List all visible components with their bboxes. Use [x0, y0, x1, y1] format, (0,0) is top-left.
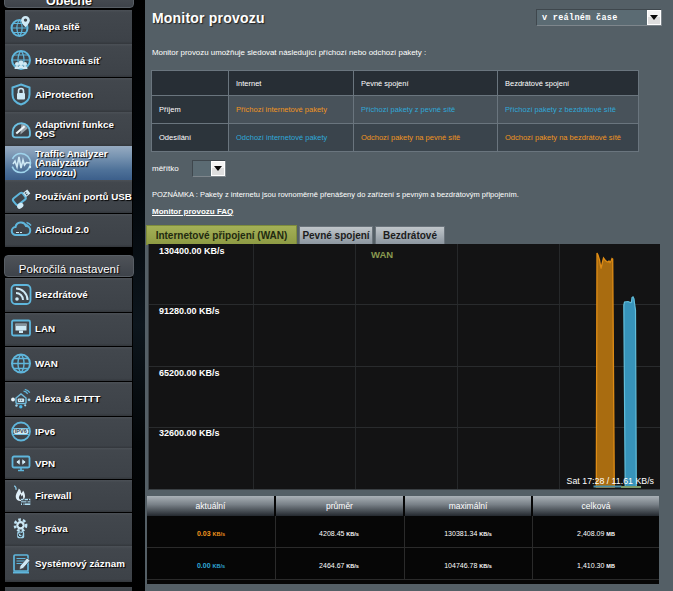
svg-text:IPV6: IPV6 — [15, 429, 27, 435]
